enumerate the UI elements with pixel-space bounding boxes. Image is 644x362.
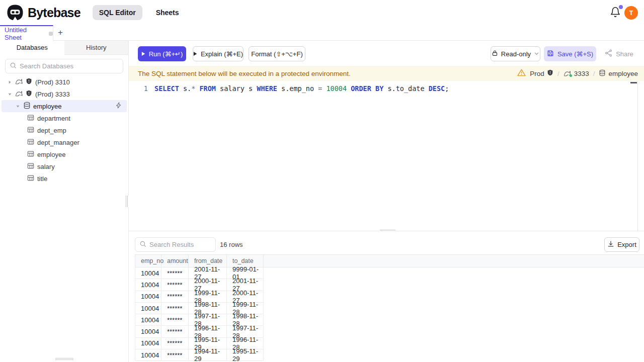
environment-crumb[interactable]: Prod: [530, 69, 553, 77]
unsaved-indicator: [49, 32, 53, 36]
explain-label: Explain (⌘+E): [201, 50, 243, 58]
sidebar-tabs: Databases History: [0, 41, 128, 55]
nav-sql-editor[interactable]: SQL Editor: [93, 5, 142, 20]
editor-overview-ruler[interactable]: [637, 81, 638, 231]
breadcrumb-separator: /: [557, 70, 559, 77]
user-avatar[interactable]: T: [624, 6, 638, 20]
result-cell[interactable]: 10004: [135, 291, 162, 303]
sql-token: FROM: [199, 84, 216, 93]
banner-message: The SQL statement below will be executed…: [138, 70, 351, 77]
format-button[interactable]: Format (⇧+⌥+F): [249, 46, 305, 61]
tree-table-dept_emp[interactable]: dept_emp: [0, 124, 128, 136]
play-icon: [193, 50, 197, 58]
mysql-instance-icon: [15, 78, 23, 86]
tree-table-title[interactable]: title: [0, 172, 128, 185]
export-button[interactable]: Export: [604, 237, 639, 252]
result-cell[interactable]: 10004: [135, 279, 162, 291]
database-tree: (Prod) 3310 (Prod) 3333: [0, 76, 128, 185]
run-label: Run (⌘+↵): [149, 50, 183, 58]
result-cell[interactable]: ******: [162, 267, 189, 279]
tree-table-dept_manager[interactable]: dept_manager: [0, 136, 128, 148]
header-filler: [264, 255, 644, 267]
result-cell[interactable]: ******: [162, 349, 189, 361]
new-sheet-button[interactable]: +: [55, 26, 65, 39]
bytebase-sql-editor: Bytebase SQL Editor Sheets T Untitled Sh…: [0, 0, 644, 362]
save-button[interactable]: Save (⌘+S): [544, 46, 596, 61]
readonly-mode-button[interactable]: Read-only: [491, 46, 540, 61]
bytebase-logo-icon: [7, 4, 24, 21]
sidebar-table-list: department dept_emp dept_manager employe…: [0, 112, 128, 185]
play-icon: [141, 50, 145, 58]
sidebar-bottom-resize-handle[interactable]: [55, 357, 73, 360]
table-label: department: [37, 115, 70, 122]
result-cell[interactable]: 10004: [135, 349, 162, 361]
share-button[interactable]: Share: [599, 46, 639, 61]
tree-table-employee[interactable]: employee: [0, 148, 128, 160]
database-crumb[interactable]: employee: [599, 69, 638, 78]
protected-environment-banner: The SQL statement below will be executed…: [129, 66, 644, 81]
database-search[interactable]: [5, 59, 123, 73]
top-header: Bytebase SQL Editor Sheets T: [0, 0, 644, 25]
result-cell[interactable]: 1994-11-29: [189, 349, 227, 361]
notification-bell-icon[interactable]: [610, 7, 622, 19]
result-cell[interactable]: ******: [162, 314, 189, 326]
tree-database-employee[interactable]: employee: [2, 100, 127, 112]
result-cell[interactable]: 10004: [135, 326, 162, 337]
run-button[interactable]: Run (⌘+↵): [138, 46, 186, 61]
result-row[interactable]: 10004******1994-11-291995-11-29: [135, 349, 264, 361]
database-icon: [599, 69, 606, 78]
table-label: employee: [37, 151, 65, 158]
tree-table-salary[interactable]: salary: [0, 160, 128, 172]
sql-token: WHERE: [257, 84, 277, 93]
result-cell[interactable]: 1995-11-29: [227, 349, 264, 361]
tree-instance-3333[interactable]: (Prod) 3333: [0, 88, 128, 100]
result-cell[interactable]: ******: [162, 338, 189, 349]
results-table: emp_noamountfrom_dateto_date 10004******…: [135, 254, 644, 361]
schema-bolt-icon[interactable]: [115, 102, 122, 110]
result-cell[interactable]: 10004: [135, 303, 162, 314]
tree-instance-3310[interactable]: (Prod) 3310: [0, 76, 128, 88]
result-cell[interactable]: ******: [162, 291, 189, 303]
instance-label: (Prod) 3310: [35, 78, 70, 86]
sql-token: ORDER BY: [351, 84, 383, 93]
tab-untitled-sheet[interactable]: Untitled Sheet: [0, 25, 53, 41]
format-label: Format (⇧+⌥+F): [251, 50, 302, 58]
column-header-amount: amount: [162, 255, 189, 267]
table-icon: [27, 114, 34, 123]
tab-databases[interactable]: Databases: [0, 41, 64, 55]
results-search-input[interactable]: [149, 241, 211, 248]
result-cell[interactable]: ******: [162, 279, 189, 291]
sql-line[interactable]: 1 SELECT s.* FROM salary s WHERE s.emp_n…: [129, 84, 449, 94]
sidebar-resize-handle[interactable]: [125, 196, 129, 207]
sheet-tab-bar: Untitled Sheet +: [0, 25, 644, 41]
instance-crumb[interactable]: 3333: [564, 70, 589, 77]
sql-editor-surface[interactable]: 1 SELECT s.* FROM salary s WHERE s.emp_n…: [129, 81, 644, 231]
caret-down-icon[interactable]: [7, 92, 12, 97]
shield-icon: [547, 69, 553, 77]
main-area: Run (⌘+↵) Explain (⌘+E) Format (⇧+⌥+F) R…: [129, 41, 644, 362]
result-cell[interactable]: 10004: [135, 314, 162, 326]
caret-down-icon[interactable]: [15, 104, 20, 109]
line-number: 1: [129, 84, 148, 94]
mysql-instance-icon: [564, 70, 572, 77]
nav-sheets[interactable]: Sheets: [149, 5, 186, 20]
chevron-down-icon: [534, 50, 539, 58]
result-cell[interactable]: ******: [162, 326, 189, 337]
tab-history[interactable]: History: [64, 41, 129, 54]
warning-icon: [517, 69, 526, 78]
results-body: 10004******2001-11-279999-01-0110004****…: [135, 267, 644, 361]
database-search-input[interactable]: [20, 62, 119, 70]
explain-button[interactable]: Explain (⌘+E): [193, 46, 244, 61]
result-cell[interactable]: 10004: [135, 338, 162, 349]
results-search[interactable]: [135, 237, 216, 252]
tree-table-department[interactable]: department: [0, 112, 128, 124]
sql-token: s.: [179, 84, 191, 93]
result-cell[interactable]: ******: [162, 303, 189, 314]
sql-code: SELECT s.* FROM salary s WHERE s.emp_no …: [154, 84, 449, 94]
result-cell[interactable]: 10004: [135, 267, 162, 279]
share-icon: [605, 49, 612, 58]
caret-right-icon[interactable]: [7, 80, 12, 84]
column-header-emp_no: emp_no: [135, 255, 162, 267]
instance-label: (Prod) 3333: [35, 90, 70, 98]
database-label: employee: [608, 70, 638, 77]
